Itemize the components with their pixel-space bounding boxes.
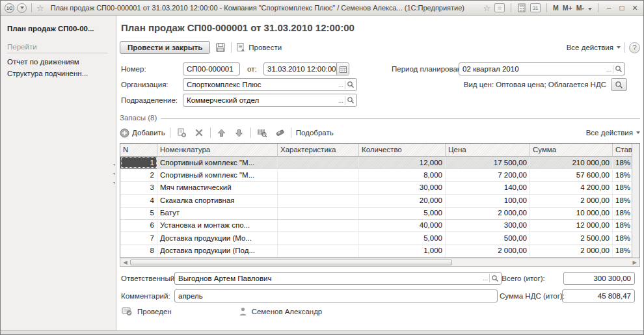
memory-m-plus-button[interactable]: M+	[563, 4, 572, 12]
items-table-body: 1 Спортивный комплекс "М... 12,000 17 50…	[120, 157, 632, 258]
table-row[interactable]: 3 Мяч гимнастический 30,000 140,00 4 200…	[120, 182, 632, 194]
total-label: Всего (итог):	[502, 275, 563, 282]
choose-button[interactable]: ...	[337, 81, 345, 88]
scrollbar-thumb[interactable]	[130, 260, 452, 265]
organization-label: Организация:	[121, 81, 168, 88]
column-header-characteristic[interactable]: Характеристика	[278, 144, 359, 156]
copy-row-button[interactable]	[175, 126, 188, 139]
department-label: Подразделение:	[121, 96, 178, 104]
post-button[interactable]: Провести	[235, 42, 282, 53]
date-field[interactable]: 31.03.2010 12:00:00	[263, 62, 349, 75]
memory-m-minus-button[interactable]: M-	[576, 4, 584, 12]
window-title: План продаж СП00-000001 от 31.03.2010 12…	[47, 4, 481, 12]
date-value: 31.03.2010 12:00:00	[267, 65, 336, 73]
price-checker-button[interactable]	[273, 126, 286, 139]
table-row[interactable]: 4 Скакалка спортивная 20,000 100,00 2 00…	[120, 194, 632, 207]
open-button[interactable]	[613, 65, 624, 73]
number-field[interactable]: СП00-000001	[183, 62, 240, 75]
items-all-actions-label: Все действия	[586, 129, 633, 137]
maximize-button[interactable]: □	[617, 3, 626, 12]
magnifier-icon	[347, 96, 355, 104]
divider	[31, 3, 32, 12]
window-titlebar: 1С ☆ План продаж СП00-000001 от 31.03.20…	[1, 1, 643, 16]
save-button[interactable]	[214, 41, 227, 54]
add-favorite-icon[interactable]: ☆	[483, 4, 490, 12]
posted-status: Проведен	[122, 306, 172, 316]
document-form: План продаж СП00-000001 от 31.03.2010 12…	[116, 16, 643, 330]
window-bottom-frame	[1, 330, 643, 335]
column-header-price[interactable]: Цена	[446, 144, 530, 156]
planning-period-value: 02 квартал 2010	[463, 65, 605, 73]
table-row[interactable]: 8 Доставка продукции (Под... 1,000 2 000…	[120, 245, 632, 258]
move-down-button[interactable]	[233, 126, 246, 139]
column-header-sum[interactable]: Сумма	[530, 144, 613, 156]
copy-icon	[176, 127, 187, 138]
comment-field[interactable]: апрель	[174, 289, 498, 302]
column-header-quantity[interactable]: Количество	[359, 144, 446, 156]
calendar-icon[interactable]: 31	[530, 3, 541, 12]
post-and-close-button[interactable]: Провести и закрыть	[120, 41, 210, 54]
table-row[interactable]: 2 Спортивный комплекс "М... 8,000 7 200,…	[120, 169, 632, 181]
barcode-scan-button[interactable]	[256, 126, 269, 139]
magnifier-icon	[347, 81, 355, 88]
organization-field[interactable]: Спорткомплекс Плюс ...	[183, 78, 357, 91]
choose-button[interactable]: ...	[481, 275, 489, 282]
chevron-down-icon[interactable]	[588, 8, 592, 10]
comment-label: Комментарий:	[120, 292, 174, 300]
table-row[interactable]: 7 Доставка продукции (Мо... 5,000 500,00…	[120, 232, 632, 245]
arrow-down-icon	[234, 128, 244, 138]
help-button[interactable]: ?	[629, 42, 640, 53]
items-all-actions-button[interactable]: Все действия	[586, 129, 640, 137]
divider	[210, 127, 211, 138]
calendar-icon	[340, 66, 347, 73]
department-field[interactable]: Коммерческий отдел ...	[183, 94, 357, 107]
all-actions-button[interactable]: Все действия	[567, 44, 621, 51]
table-row[interactable]: 5 Батут 5,000 2 000,00 10 000,00 18%	[120, 208, 632, 220]
add-row-label: Добавить	[132, 129, 165, 137]
price-checker-icon	[275, 127, 285, 138]
main-menu-button[interactable]	[17, 3, 27, 13]
memory-m-button[interactable]: M	[553, 4, 559, 12]
vat-total-value: 45 808,47	[598, 292, 631, 300]
horizontal-scrollbar[interactable]: ◀ ▶	[120, 258, 640, 267]
comment-value: апрель	[178, 292, 496, 300]
divider	[291, 127, 291, 138]
pick-items-button[interactable]: Подобрать	[296, 129, 334, 137]
planning-period-field[interactable]: 02 квартал 2010 ...	[459, 62, 625, 75]
open-button[interactable]	[490, 275, 500, 282]
department-value: Коммерческий отдел	[187, 96, 337, 104]
scroll-right-icon[interactable]: ▶	[630, 258, 639, 266]
table-row[interactable]: 6 Установка и монтаж спо... 40,000 300,0…	[120, 220, 632, 232]
price-type-open-button[interactable]	[611, 78, 627, 91]
document-header-fields: Номер: СП00-000001 от: 31.03.2010 12:00:…	[120, 62, 640, 110]
divider	[598, 3, 598, 12]
sidebar-item-subordination-structure[interactable]: Структура подчиненн...	[7, 70, 113, 77]
scroll-left-icon[interactable]: ◀	[120, 258, 130, 266]
close-button[interactable]: ×	[630, 3, 639, 13]
document-footer-fields: Ответственный: Выгоднов Артем Павлович .…	[120, 271, 640, 302]
responsible-field[interactable]: Выгоднов Артем Павлович ...	[174, 272, 502, 285]
minimize-button[interactable]: –	[604, 3, 613, 12]
chevron-down-icon	[636, 131, 640, 134]
items-section-header: Запасы (8)	[120, 114, 640, 122]
favorites-star-icon[interactable]: ☆	[36, 4, 44, 12]
delete-row-button[interactable]	[193, 126, 206, 139]
vertical-scrollbar[interactable]	[632, 144, 639, 258]
open-button[interactable]	[345, 81, 356, 88]
column-header-n[interactable]: N	[120, 144, 157, 156]
chevron-down-icon	[20, 7, 24, 9]
nav-current-document[interactable]: План продаж СП00-00...	[7, 25, 113, 33]
open-button[interactable]	[345, 96, 356, 104]
favorites-list-icon[interactable]: ☆	[494, 3, 505, 12]
add-row-button[interactable]: Добавить	[120, 128, 165, 138]
table-row[interactable]: 1 Спортивный комплекс "М... 12,000 17 50…	[120, 157, 632, 169]
choose-button[interactable]: ...	[337, 97, 345, 104]
choose-button[interactable]: ...	[605, 66, 613, 73]
date-picker-button[interactable]	[336, 63, 349, 75]
calculator-icon[interactable]	[517, 3, 526, 12]
sidebar-item-movements-report[interactable]: Отчет по движениям	[7, 58, 113, 66]
move-up-button[interactable]	[215, 126, 228, 139]
column-header-vat-rate[interactable]: Став	[613, 144, 632, 156]
app-window: 1С ☆ План продаж СП00-000001 от 31.03.20…	[0, 0, 644, 335]
column-header-nomenclature[interactable]: Номенклатура	[157, 144, 278, 156]
